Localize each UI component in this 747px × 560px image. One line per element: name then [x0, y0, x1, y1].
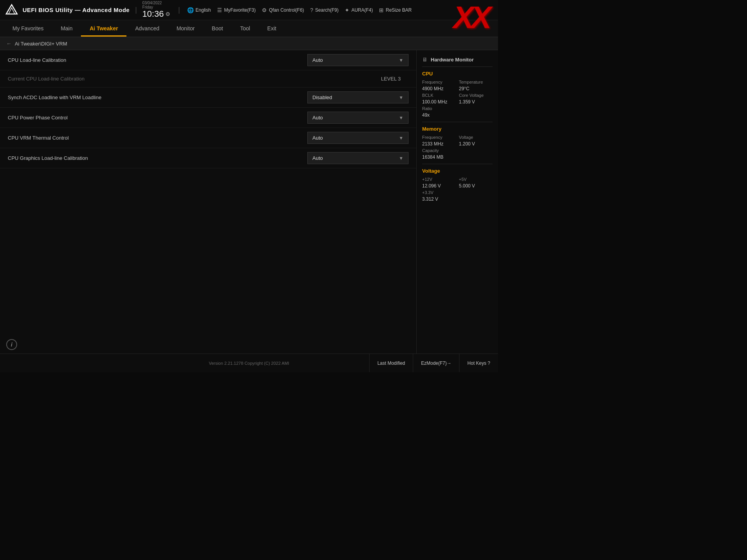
asus-logo-icon: [5, 3, 19, 17]
cpu-load-line-value: Auto: [312, 57, 323, 63]
dropdown-arrow-icon3: ▼: [399, 115, 403, 121]
v33-value: 3.312 V: [422, 196, 456, 202]
tab-monitor[interactable]: Monitor: [168, 21, 203, 37]
cpu-graphics-load-line-dropdown[interactable]: Auto ▼: [307, 152, 409, 164]
cpu-corevolt-value: 1.359 V: [459, 99, 493, 105]
cpu-monitor-grid: Frequency Temperature 4900 MHz 29°C BCLK…: [422, 80, 493, 118]
cpu-ratio-spacer: [459, 106, 493, 111]
cpu-section-heading: CPU: [422, 71, 493, 77]
tab-ai-tweaker[interactable]: Ai Tweaker: [81, 21, 126, 37]
version-text: Version 2.21.1278 Copyright (C) 2022 AMI: [209, 361, 289, 366]
aura-btn[interactable]: ✦ AURA(F4): [345, 7, 373, 13]
cpu-power-phase-value: Auto: [312, 115, 323, 121]
v33-label: +3.3V: [422, 190, 456, 195]
tab-boot[interactable]: Boot: [203, 21, 231, 37]
settings-content: CPU Load-line Calibration Auto ▼ Current…: [0, 50, 416, 354]
cpu-freq-value: 4900 MHz: [422, 86, 456, 91]
tab-favorites[interactable]: My Favorites: [4, 21, 52, 37]
info-icon[interactable]: i: [6, 339, 17, 350]
v33-spacer: [459, 190, 493, 195]
cpu-graphics-load-line-label: CPU Graphics Load-line Calibration: [8, 155, 307, 161]
dropdown-arrow-icon: ▼: [399, 58, 403, 63]
sidebar-header: 🖥 Hardware Monitor: [422, 54, 493, 67]
cpu-vrm-thermal-value: Auto: [312, 135, 323, 141]
cpu-freq-label: Frequency: [422, 80, 456, 84]
cpu-ratio-label: Ratio: [422, 106, 456, 111]
cpu-load-line-dropdown[interactable]: Auto ▼: [307, 54, 409, 66]
logo-area: UEFI BIOS Utility — Advanced Mode: [5, 3, 130, 17]
cpu-bclk-value: 100.00 MHz: [422, 99, 456, 105]
v5-label: +5V: [459, 177, 493, 182]
setting-row-cpu-vrm-thermal: CPU VRM Thermal Control Auto ▼: [0, 128, 416, 148]
divider-cpu-memory: [422, 122, 493, 122]
synch-acdc-label: Synch ACDC Loadline with VRM Loadline: [8, 94, 307, 100]
info-icon-area[interactable]: i: [6, 339, 17, 350]
hardware-monitor-sidebar: 🖥 Hardware Monitor CPU Frequency Tempera…: [416, 50, 498, 354]
voltage-section-heading: Voltage: [422, 168, 493, 174]
search-icon: ?: [310, 7, 313, 13]
current-cpu-load-line-value: LEVEL 3: [381, 76, 401, 82]
ezmode-btn[interactable]: EzMode(F7)→: [413, 354, 459, 372]
voltage-monitor-grid: +12V +5V 12.096 V 5.000 V +3.3V 3.312 V: [422, 177, 493, 202]
monitor-icon: 🖥: [422, 56, 428, 63]
memory-monitor-grid: Frequency Voltage 2133 MHz 1.200 V Capac…: [422, 135, 493, 160]
cpu-temp-value: 29°C: [459, 86, 493, 91]
setting-row-cpu-power-phase: CPU Power Phase Control Auto ▼: [0, 108, 416, 128]
v12-value: 12.096 V: [422, 183, 456, 189]
resizebar-icon: ⊞: [379, 7, 384, 13]
breadcrumb-path: Ai Tweaker\DIGI+ VRM: [15, 41, 67, 47]
v12-label: +12V: [422, 177, 456, 182]
mem-cap-value: 16384 MB: [422, 154, 456, 160]
tab-exit[interactable]: Exit: [259, 21, 285, 37]
tab-advanced[interactable]: Advanced: [126, 21, 168, 37]
qfan-icon: ⚙: [262, 7, 267, 13]
mem-cap-label: Capacity: [422, 148, 456, 153]
back-arrow-icon[interactable]: ←: [6, 40, 12, 47]
synch-acdc-dropdown[interactable]: Disabled ▼: [307, 91, 409, 103]
myfavorite-icon: ☰: [217, 7, 222, 13]
mem-volt-value: 1.200 V: [459, 141, 493, 147]
divider-memory-voltage: [422, 164, 493, 164]
cpu-power-phase-label: CPU Power Phase Control: [8, 115, 307, 121]
memory-section-heading: Memory: [422, 126, 493, 132]
datetime-area: 03/04/2022Friday 10:36 ⚙: [142, 1, 170, 19]
bottom-bar: Version 2.21.1278 Copyright (C) 2022 AMI…: [0, 354, 498, 372]
hotkeys-btn[interactable]: Hot Keys ?: [459, 354, 498, 372]
header-controls: 🌐 English ☰ MyFavorite(F3) ⚙ Qfan Contro…: [187, 7, 412, 13]
setting-row-synch-acdc: Synch ACDC Loadline with VRM Loadline Di…: [0, 88, 416, 108]
mem-cap-spacer: [459, 148, 493, 153]
rog-xx-icon: XX: [453, 2, 489, 33]
bios-title: UEFI BIOS Utility — Advanced Mode: [23, 7, 130, 13]
aura-icon: ✦: [345, 7, 349, 13]
cpu-vrm-thermal-dropdown[interactable]: Auto ▼: [307, 132, 409, 144]
qfan-btn[interactable]: ⚙ Qfan Control(F6): [262, 7, 304, 13]
bottom-buttons: Last Modified EzMode(F7)→ Hot Keys ?: [369, 354, 498, 372]
cpu-power-phase-dropdown[interactable]: Auto ▼: [307, 112, 409, 124]
v5-value: 5.000 V: [459, 183, 493, 189]
date-display: 03/04/2022Friday: [142, 1, 162, 9]
nav-tabs: My Favorites Main Ai Tweaker Advanced Mo…: [0, 20, 498, 37]
language-btn[interactable]: 🌐 English: [187, 7, 211, 13]
language-icon: 🌐: [187, 7, 194, 13]
tab-tool[interactable]: Tool: [231, 21, 259, 37]
svg-marker-1: [9, 8, 15, 14]
dropdown-arrow-icon5: ▼: [399, 156, 403, 161]
tab-main[interactable]: Main: [52, 21, 81, 37]
search-btn[interactable]: ? Search(F9): [310, 7, 338, 13]
header-divider: |: [135, 6, 137, 14]
svg-marker-0: [6, 5, 17, 14]
time-display: 10:36: [142, 9, 164, 19]
setting-row-cpu-load-line: CPU Load-line Calibration Auto ▼: [0, 50, 416, 70]
dropdown-arrow-icon4: ▼: [399, 135, 403, 141]
setting-row-current-cpu-load-line: Current CPU Load-line Calibration LEVEL …: [0, 70, 416, 88]
header-divider2: |: [178, 6, 180, 14]
cpu-ratio-value: 49x: [422, 112, 456, 118]
mem-volt-label: Voltage: [459, 135, 493, 140]
settings-gear-icon[interactable]: ⚙: [165, 11, 170, 17]
breadcrumb: ← Ai Tweaker\DIGI+ VRM: [0, 37, 498, 50]
resizebar-btn[interactable]: ⊞ ReSize BAR: [379, 7, 412, 13]
last-modified-btn[interactable]: Last Modified: [369, 354, 413, 372]
myfavorite-btn[interactable]: ☰ MyFavorite(F3): [217, 7, 256, 13]
cpu-bclk-label: BCLK: [422, 93, 456, 98]
sidebar-title: Hardware Monitor: [431, 57, 474, 63]
